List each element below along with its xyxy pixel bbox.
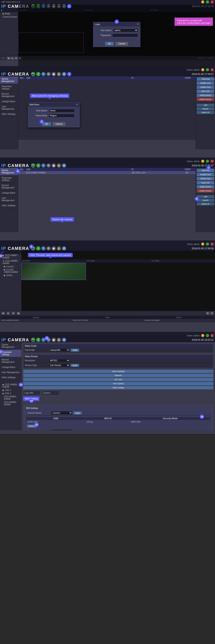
- s4-add-icon[interactable]: +: [36, 246, 40, 250]
- s5-min-btn[interactable]: _: [201, 334, 204, 337]
- framerate-apply-btn[interactable]: Apply: [71, 348, 79, 352]
- add-area-btn[interactable]: Add Area: [197, 77, 214, 81]
- s3-add-btn[interactable]: Add: [197, 195, 214, 198]
- tree-item-4[interactable]: ▶ 2>2222-44M83-EA8A8: [0, 268, 21, 274]
- sd-card-btn[interactable]: SD Card: [23, 378, 213, 381]
- s3-sidebar-param[interactable]: Parameter Settings: [0, 176, 18, 183]
- ptz-left[interactable]: ◀: [7, 57, 10, 60]
- s3-camera-icon[interactable]: 📷: [31, 163, 35, 168]
- section2-min-btn[interactable]: _: [201, 68, 204, 71]
- s3-delete-device-btn[interactable]: Delete Device: [197, 189, 214, 192]
- framerate-select[interactable]: mainprofile: [48, 348, 70, 352]
- sidebar-other-settings[interactable]: Other Settings: [0, 112, 18, 117]
- s3-delete-area-btn[interactable]: Delete Area: [197, 177, 214, 180]
- s3-modify-area-btn[interactable]: Modify Area: [197, 173, 214, 176]
- s4-camera-cell-1[interactable]: [22, 263, 86, 280]
- login-cancel-button[interactable]: Cancel: [115, 42, 128, 46]
- s5-power-icon[interactable]: ⏻: [62, 338, 66, 342]
- camera-name-apply-btn[interactable]: Apply: [73, 412, 82, 414]
- time-upload-btn[interactable]: Time Upload: [23, 382, 213, 385]
- section2-max-btn[interactable]: □: [206, 68, 209, 71]
- s5-sidebar-param[interactable]: Parameter Settings: [0, 350, 21, 357]
- login-dialog-close[interactable]: ✕: [137, 23, 139, 26]
- camera-name-select[interactable]: Camera: [51, 411, 72, 415]
- s3-max-btn[interactable]: □: [206, 160, 209, 163]
- s3-add-icon[interactable]: +: [36, 163, 40, 168]
- s5-camera-icon[interactable]: 📷: [31, 338, 35, 342]
- s3-sidebar-device[interactable]: Device Management: [0, 168, 18, 176]
- s4-camera-cell-5[interactable]: [86, 280, 150, 297]
- s2-refresh-icon[interactable]: ↻: [41, 72, 46, 76]
- s4-ptz-up[interactable]: ▲: [7, 312, 10, 315]
- delete-area-btn[interactable]: Delete Area: [197, 86, 214, 89]
- s2-power-icon[interactable]: ⏻: [62, 72, 66, 76]
- network-btn[interactable]: Network: [23, 374, 213, 377]
- s5-sidebar-record[interactable]: Record Management: [0, 357, 21, 365]
- s5-sidebar-user[interactable]: User Management: [0, 370, 21, 375]
- username-select[interactable]: admin: [113, 28, 138, 32]
- s3-sidebar-user[interactable]: User Management: [0, 196, 18, 203]
- s3-sidebar-other[interactable]: Other Settings: [0, 203, 18, 208]
- maximize-button[interactable]: □: [206, 0, 209, 4]
- section2-close-btn[interactable]: ✕: [211, 68, 214, 71]
- s3-power-icon[interactable]: ⏻: [62, 163, 66, 168]
- s5-tree-item-1[interactable]: ▶ 2222-44M83-EA8A8: [0, 383, 21, 388]
- sidebar-linkage-alarm[interactable]: Linkage Alarm: [0, 99, 18, 104]
- s4-close-btn[interactable]: ✕: [211, 242, 214, 246]
- ptz-down[interactable]: ▼: [15, 57, 18, 60]
- s4-refresh-icon[interactable]: ↻: [41, 246, 46, 250]
- s5-lock-icon[interactable]: 🔒: [57, 338, 61, 342]
- s4-grid-2[interactable]: ⊟: [210, 312, 214, 315]
- s4-camera-cell-3[interactable]: [151, 263, 215, 280]
- search-btn[interactable]: Search: [197, 107, 214, 110]
- close-button[interactable]: ✕: [211, 0, 214, 4]
- add-btn[interactable]: Add: [197, 104, 214, 107]
- sidebar-item-current-screen[interactable]: Current Screen: [0, 15, 18, 18]
- s3-notify-device-btn[interactable]: Notify Device: [197, 185, 214, 188]
- add-area-cancel-btn[interactable]: Cancel: [53, 122, 65, 126]
- input-uid-btn[interactable]: Input UID: [197, 90, 214, 93]
- modify-area-btn[interactable]: Modify Area: [197, 81, 214, 85]
- tree-item-3[interactable]: ▶ Current...: [0, 265, 21, 268]
- camera-table-row-1[interactable]: 1 2222-S4M87-EA8A8 182.168.1.114 80: [18, 171, 196, 174]
- tree-item-2[interactable]: ▼ 2222-44M83-EA8A8: [0, 259, 21, 265]
- ptz-up[interactable]: ▲: [11, 57, 14, 60]
- s3-min-btn[interactable]: _: [201, 160, 204, 163]
- tree-item-1[interactable]: ▶ 2222-S4M87-EA8A8: [0, 254, 21, 259]
- s5-tree-item-3[interactable]: ▶ Chls 2: [0, 392, 21, 395]
- password-input[interactable]: [112, 34, 138, 37]
- s5-max-btn[interactable]: □: [206, 334, 209, 337]
- s4-monitor-icon[interactable]: ▣: [52, 246, 56, 250]
- s3-sidebar-linkage[interactable]: Linkage Alarm: [0, 190, 18, 196]
- s5-add-icon[interactable]: +: [36, 338, 40, 342]
- s3-gear-icon[interactable]: ⚙: [47, 163, 51, 168]
- s2-camera-icon[interactable]: 📷: [31, 72, 35, 76]
- s3-refresh-icon[interactable]: ↻: [41, 163, 46, 168]
- s5-sidebar-other[interactable]: Other Settings: [0, 375, 21, 380]
- s4-power-icon[interactable]: ⏻: [62, 246, 66, 250]
- s4-ptz-down[interactable]: ▼: [12, 312, 15, 315]
- s4-camera-cell-6[interactable]: [151, 280, 215, 297]
- s4-camera-cell-4[interactable]: [22, 280, 86, 297]
- wifi-password-input[interactable]: [51, 429, 72, 430]
- s3-input-uid-btn[interactable]: Input UID: [197, 181, 214, 184]
- other-setting-btn[interactable]: Other Setting: [23, 386, 213, 390]
- s5-tree-item-4[interactable]: 2222-44M83-EA8A8: [0, 395, 21, 400]
- select-all-btn[interactable]: Select All: [197, 111, 214, 114]
- s3-monitor-icon[interactable]: ▣: [52, 163, 56, 168]
- s5-sidebar-linkage[interactable]: Linkage Alarm: [0, 365, 21, 370]
- s4-gear-icon[interactable]: ⚙: [47, 246, 51, 250]
- s2-monitor-icon[interactable]: ▣: [52, 72, 56, 76]
- s5-close-btn[interactable]: ✕: [211, 334, 214, 337]
- s4-ptz-left[interactable]: ◀: [1, 312, 5, 315]
- delete-device-btn[interactable]: Delete Device: [197, 98, 214, 101]
- s3-add-area-btn[interactable]: Add Area: [197, 169, 214, 172]
- s2-gear-icon[interactable]: ⚙: [47, 72, 51, 76]
- s5-tree-item-5[interactable]: 2222-44M83-EA8A8: [0, 400, 21, 406]
- s4-max-btn[interactable]: □: [206, 242, 209, 246]
- sidebar-item-begin[interactable]: ▶ Begin: [0, 12, 18, 15]
- add-area-close[interactable]: ✕: [76, 103, 78, 106]
- s3-search-btn[interactable]: Search: [197, 199, 214, 202]
- sidebar-record-mgmt[interactable]: Record Management: [0, 92, 18, 99]
- s2-lock-icon[interactable]: 🔒: [57, 72, 61, 76]
